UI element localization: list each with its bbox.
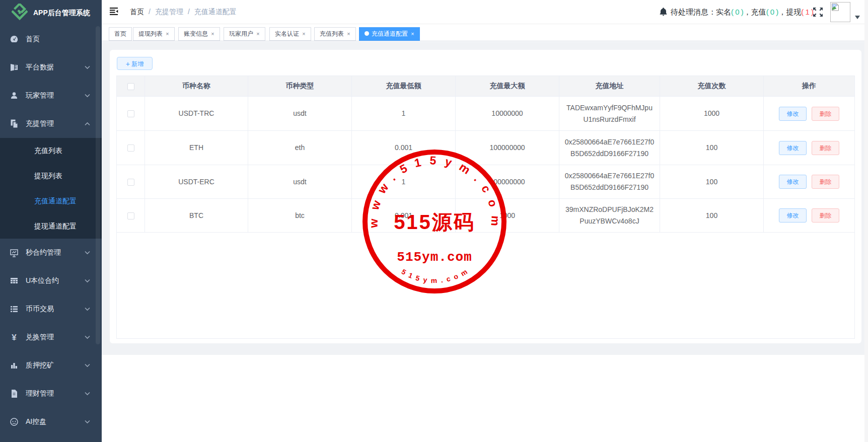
- svg-text:515源码: 515源码: [394, 211, 475, 233]
- svg-text:¥: ¥: [12, 333, 17, 342]
- svg-text:515ym.com: 515ym.com: [397, 250, 472, 265]
- svg-text:515ym.com: 515ym.com: [400, 265, 472, 284]
